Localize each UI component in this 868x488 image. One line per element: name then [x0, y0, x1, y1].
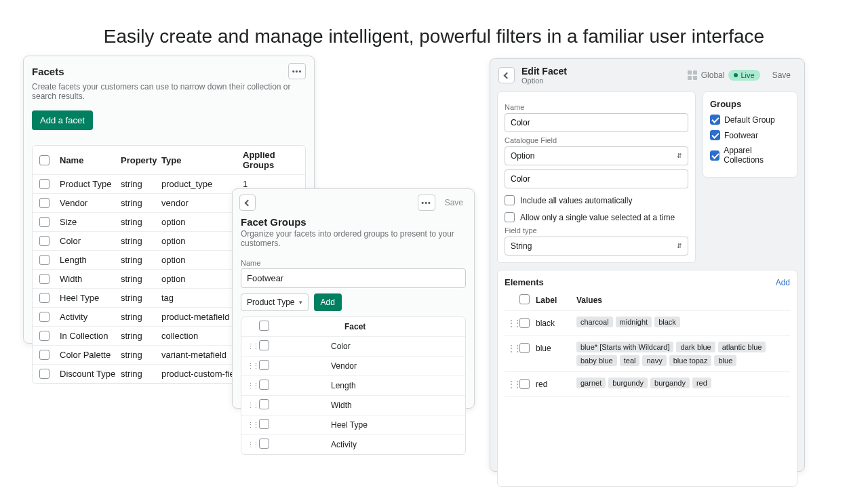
group-checkbox-row[interactable]: Apparel Collections [710, 146, 790, 165]
arrow-left-icon [244, 199, 251, 206]
row-checkbox[interactable] [39, 274, 50, 284]
add-facet-button[interactable]: Add a facet [32, 110, 93, 130]
element-row[interactable]: blackcharcoalmidnightblack [505, 311, 790, 336]
value-tag[interactable]: atlantic blue [718, 342, 766, 352]
value-tag[interactable]: black [654, 317, 680, 327]
row-checkbox[interactable] [39, 350, 50, 360]
cell-name: In Collection [60, 331, 121, 341]
drag-handle-icon[interactable] [507, 378, 519, 389]
row-checkbox[interactable] [519, 379, 530, 389]
value-tag[interactable]: teal [620, 355, 640, 366]
row-checkbox[interactable] [39, 255, 50, 265]
drag-handle-icon[interactable] [247, 441, 259, 449]
cell-type: collection [161, 331, 243, 341]
cell-property: string [121, 312, 161, 322]
drag-handle-icon[interactable] [247, 342, 259, 351]
select-all-checkbox[interactable] [39, 155, 50, 165]
element-row[interactable]: redgarnetburgundyburgandyred [505, 372, 790, 397]
edit-back-button[interactable] [498, 67, 515, 83]
row-checkbox[interactable] [259, 360, 269, 370]
row-checkbox[interactable] [259, 340, 269, 350]
cell-type: variant-metafield [161, 350, 243, 360]
edit-facet-panel: Edit Facet Option Global Live Save Name … [490, 58, 805, 472]
row-checkbox[interactable] [39, 312, 50, 322]
row-checkbox[interactable] [39, 179, 50, 189]
facet-picker-value: Product Type [247, 298, 295, 307]
value-tag[interactable]: baby blue [576, 355, 617, 366]
group-checkbox-row[interactable]: Footwear [710, 130, 790, 140]
row-checkbox[interactable] [519, 343, 530, 353]
catalogue-field-select[interactable]: Option ⇵ [505, 146, 688, 165]
value-tag[interactable]: blue topaz [669, 355, 712, 366]
list-item[interactable]: Width [241, 396, 465, 415]
field-type-select[interactable]: String ⇵ [505, 237, 688, 256]
drag-handle-icon[interactable] [247, 362, 259, 371]
name-label: Name [505, 103, 688, 111]
group-checkbox[interactable] [710, 115, 720, 125]
cell-property: string [121, 255, 161, 265]
row-checkbox[interactable] [39, 293, 50, 303]
drag-handle-icon[interactable] [247, 401, 259, 410]
row-checkbox[interactable] [259, 419, 269, 429]
col-property: Property [121, 155, 161, 165]
drag-handle-icon[interactable] [247, 382, 259, 390]
row-checkbox[interactable] [259, 439, 269, 449]
add-element-link[interactable]: Add [776, 278, 790, 287]
include-all-checkbox[interactable] [505, 195, 515, 205]
facet-name: Length [277, 381, 460, 390]
list-item[interactable]: Heel Type [241, 415, 465, 435]
row-checkbox[interactable] [39, 369, 50, 379]
facet-group-table-header: Facet [241, 317, 465, 337]
row-checkbox[interactable] [39, 198, 50, 208]
group-checkbox[interactable] [710, 150, 719, 161]
drag-handle-icon[interactable] [507, 342, 519, 353]
fg-select-all-checkbox[interactable] [259, 321, 269, 331]
catalogue-label: Catalogue Field [505, 136, 688, 144]
value-tag[interactable]: burgandy [650, 378, 690, 388]
row-checkbox[interactable] [259, 380, 269, 390]
group-name-input[interactable] [241, 268, 466, 288]
value-tag[interactable]: midnight [616, 317, 652, 327]
value-tag[interactable]: blue* [Starts with Wildcard] [576, 342, 673, 352]
value-tag[interactable]: navy [642, 355, 666, 366]
elements-table-header: Label Values [505, 287, 790, 311]
groups-save-button[interactable]: Save [441, 195, 467, 210]
cell-type: product-metafield [161, 312, 243, 322]
cell-name: Width [60, 274, 121, 284]
list-item[interactable]: Length [241, 376, 465, 396]
list-item[interactable]: Activity [241, 435, 465, 454]
groups-more-button[interactable]: ••• [418, 195, 435, 211]
row-checkbox[interactable] [39, 331, 50, 341]
add-facet-to-group-button[interactable]: Add [314, 293, 342, 311]
facet-name-input[interactable] [505, 113, 688, 132]
element-row[interactable]: blueblue* [Starts with Wildcard]dark blu… [505, 336, 790, 372]
value-tag[interactable]: dark blue [676, 342, 715, 352]
more-actions-button[interactable]: ••• [288, 63, 306, 79]
back-button[interactable] [239, 195, 256, 211]
facet-picker-select[interactable]: Product Type ▾ [241, 293, 309, 311]
value-tag[interactable]: blue [714, 355, 736, 366]
group-checkbox-row[interactable]: Default Group [710, 115, 790, 125]
group-checkbox[interactable] [710, 130, 720, 140]
elements-select-all-checkbox[interactable] [519, 294, 530, 304]
drag-handle-icon[interactable] [507, 317, 519, 328]
value-tag[interactable]: red [692, 378, 711, 388]
global-label: Global [701, 70, 725, 80]
value-tag[interactable]: burgundy [608, 378, 648, 388]
catalogue-sub-input[interactable] [505, 169, 688, 188]
list-item[interactable]: Vendor [241, 357, 465, 376]
cell-property: string [121, 274, 161, 284]
row-checkbox[interactable] [39, 217, 50, 227]
elements-card: Elements Add Label Values blackcharcoalm… [497, 270, 797, 487]
value-tag[interactable]: charcoal [576, 317, 613, 327]
cell-type: vendor [161, 198, 243, 208]
drag-handle-icon[interactable] [247, 421, 259, 430]
list-item[interactable]: Color [241, 337, 465, 357]
cell-type: option [161, 255, 243, 265]
edit-save-button[interactable]: Save [767, 68, 796, 83]
row-checkbox[interactable] [39, 236, 50, 246]
row-checkbox[interactable] [519, 318, 530, 328]
row-checkbox[interactable] [259, 399, 269, 409]
value-tag[interactable]: garnet [576, 378, 606, 388]
single-value-checkbox[interactable] [505, 212, 515, 222]
